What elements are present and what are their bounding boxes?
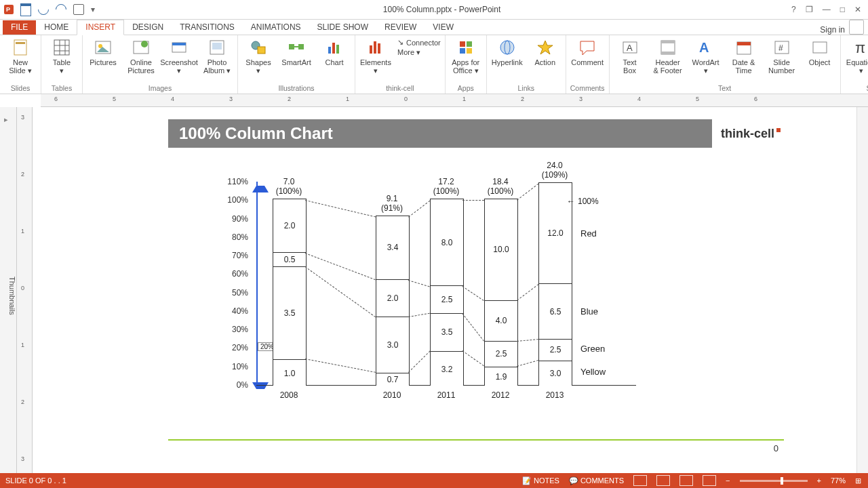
minimize-button[interactable]: — bbox=[823, 5, 831, 14]
wordart-button[interactable]: AWordArt ▾ bbox=[690, 38, 722, 75]
column-chart[interactable]: 110%100%90%80%70%60%50%40%30%20%10%0% 20… bbox=[209, 182, 643, 439]
equation-button[interactable]: πEquation ▾ bbox=[845, 38, 868, 75]
ribbon: New Slide ▾ Slides Table ▾ Tables Pictur… bbox=[0, 35, 868, 94]
tab-file[interactable]: FILE bbox=[3, 20, 36, 35]
comment-button[interactable]: Comment bbox=[571, 38, 604, 66]
screenshot-button[interactable]: Screenshot ▾ bbox=[163, 38, 195, 75]
chart-column[interactable]: 3.42.03.00.7 bbox=[376, 216, 410, 385]
connector-line bbox=[462, 350, 484, 366]
chart-segment-yellow[interactable]: 1.0 bbox=[273, 359, 306, 386]
tab-design[interactable]: DESIGN bbox=[124, 20, 172, 35]
slideshow-view-button[interactable] bbox=[703, 475, 716, 486]
svg-rect-40 bbox=[737, 42, 751, 45]
tab-home[interactable]: HOME bbox=[36, 20, 77, 35]
chart-segment-green[interactable]: 3.0 bbox=[376, 317, 409, 373]
chart-segment-blue[interactable]: 2.0 bbox=[376, 279, 409, 317]
slide-footer-value: 0 bbox=[774, 443, 778, 453]
save-icon[interactable] bbox=[20, 3, 31, 16]
chart-segment-green[interactable]: 3.5 bbox=[431, 313, 463, 351]
chart-segment-blue[interactable]: 4.0 bbox=[485, 300, 517, 341]
chart-segment-red[interactable]: 3.4 bbox=[376, 216, 409, 279]
svg-rect-14 bbox=[212, 43, 222, 49]
normal-view-button[interactable] bbox=[633, 475, 647, 486]
thumbnails-pane-toggle[interactable]: Thumbnails bbox=[0, 107, 17, 479]
fit-to-window-button[interactable]: ⊞ bbox=[855, 476, 861, 485]
redo-icon[interactable] bbox=[54, 2, 69, 18]
plot-area[interactable]: 2.00.53.51.07.0(100%)20083.42.03.00.79.1… bbox=[256, 182, 636, 386]
online-pictures-button[interactable]: Online Pictures bbox=[125, 38, 157, 75]
vertical-scrollbar[interactable] bbox=[856, 107, 868, 479]
chart-segment-yellow[interactable]: 0.7 bbox=[376, 373, 409, 386]
chart-column[interactable]: 8.02.53.53.2 bbox=[430, 199, 464, 385]
zoom-slider[interactable] bbox=[740, 480, 808, 482]
zoom-level[interactable]: 77% bbox=[831, 476, 846, 485]
chart-column[interactable]: 12.06.52.53.0 bbox=[538, 182, 572, 385]
date-time-button[interactable]: Date & Time bbox=[728, 38, 760, 75]
thinkcell-connector-button[interactable]: ↘Connector bbox=[397, 38, 441, 47]
tab-animations[interactable]: ANIMATIONS bbox=[243, 20, 309, 35]
chart-segment-blue[interactable]: 0.5 bbox=[273, 252, 306, 266]
chart-segment-green[interactable]: 3.5 bbox=[273, 266, 306, 359]
chart-button[interactable]: Chart bbox=[318, 38, 351, 66]
chart-segment-green[interactable]: 2.5 bbox=[539, 339, 572, 361]
header-footer-button[interactable]: Header & Footer bbox=[652, 38, 684, 75]
chart-segment-green[interactable]: 2.5 bbox=[485, 341, 517, 367]
help-button[interactable]: ? bbox=[791, 5, 796, 14]
status-slide-indicator: SLIDE 0 OF 0 . . 1 bbox=[0, 476, 66, 485]
shapes-button[interactable]: Shapes ▾ bbox=[242, 38, 275, 75]
close-button[interactable]: ✕ bbox=[854, 5, 861, 14]
tab-view[interactable]: VIEW bbox=[425, 20, 462, 35]
chart-segment-red[interactable]: 2.0 bbox=[273, 199, 306, 252]
chart-segment-red[interactable]: 8.0 bbox=[431, 199, 463, 285]
comments-button[interactable]: 💬 COMMENTS bbox=[569, 476, 624, 485]
text-box-button[interactable]: AText Box bbox=[614, 38, 646, 75]
undo-icon[interactable] bbox=[36, 2, 52, 18]
category-label: 2013 bbox=[528, 390, 582, 400]
chart-segment-blue[interactable]: 6.5 bbox=[539, 283, 572, 339]
apps-button[interactable]: Apps for Office ▾ bbox=[450, 38, 482, 75]
chart-segment-red[interactable]: 10.0 bbox=[485, 199, 517, 300]
chart-segment-yellow[interactable]: 3.2 bbox=[431, 351, 463, 386]
reading-view-button[interactable] bbox=[679, 475, 693, 486]
user-avatar[interactable] bbox=[849, 20, 864, 35]
photo-album-button[interactable]: Photo Album ▾ bbox=[201, 38, 233, 75]
svg-rect-28 bbox=[460, 48, 465, 54]
svg-text:A: A bbox=[627, 43, 633, 53]
hyperlink-button[interactable]: Hyperlink bbox=[491, 38, 524, 66]
sorter-view-button[interactable] bbox=[656, 475, 670, 486]
connector-line bbox=[304, 266, 376, 317]
chart-segment-yellow[interactable]: 3.0 bbox=[539, 361, 572, 386]
tab-insert[interactable]: INSERT bbox=[77, 20, 124, 35]
tab-slideshow[interactable]: SLIDE SHOW bbox=[309, 20, 376, 35]
new-slide-button[interactable]: New Slide ▾ bbox=[4, 38, 37, 75]
notes-button[interactable]: 📝 NOTES bbox=[522, 476, 559, 485]
chart-segment-blue[interactable]: 2.5 bbox=[431, 285, 463, 313]
qat-more-icon[interactable]: ▾ bbox=[91, 5, 95, 14]
touch-mode-icon[interactable] bbox=[73, 4, 84, 15]
chart-column[interactable]: 2.00.53.51.0 bbox=[273, 199, 307, 385]
svg-text:#: # bbox=[778, 43, 783, 53]
chart-segment-yellow[interactable]: 1.9 bbox=[485, 367, 517, 386]
action-button[interactable]: Action bbox=[529, 38, 561, 66]
object-button[interactable]: Object bbox=[804, 38, 836, 66]
tab-transitions[interactable]: TRANSITIONS bbox=[172, 20, 243, 35]
zoom-out-button[interactable]: − bbox=[726, 476, 730, 485]
tab-review[interactable]: REVIEW bbox=[376, 20, 425, 35]
pictures-button[interactable]: Pictures bbox=[87, 38, 119, 66]
series-label-green: Green bbox=[580, 344, 605, 354]
slide-title[interactable]: 100% Column Chart bbox=[168, 119, 778, 148]
y-tick: 50% bbox=[232, 288, 248, 298]
thinkcell-more-button[interactable]: More ▾ bbox=[397, 48, 441, 57]
sign-in-link[interactable]: Sign in bbox=[820, 25, 845, 35]
zoom-in-button[interactable]: + bbox=[817, 476, 821, 485]
slide-canvas[interactable]: 100% Column Chart think-cell 110%100%90%… bbox=[33, 107, 856, 479]
slide-number-button[interactable]: #Slide Number bbox=[766, 38, 798, 75]
ribbon-display-button[interactable]: ❐ bbox=[806, 5, 813, 14]
column-total-label: 9.1(91%) bbox=[368, 194, 416, 213]
chart-column[interactable]: 10.04.02.51.9 bbox=[484, 199, 518, 385]
thinkcell-elements-button[interactable]: Elements ▾ bbox=[359, 38, 392, 75]
connector-line bbox=[408, 280, 430, 287]
maximize-button[interactable]: □ bbox=[840, 5, 845, 14]
smartart-button[interactable]: SmartArt bbox=[280, 38, 313, 66]
table-button[interactable]: Table ▾ bbox=[45, 38, 78, 75]
